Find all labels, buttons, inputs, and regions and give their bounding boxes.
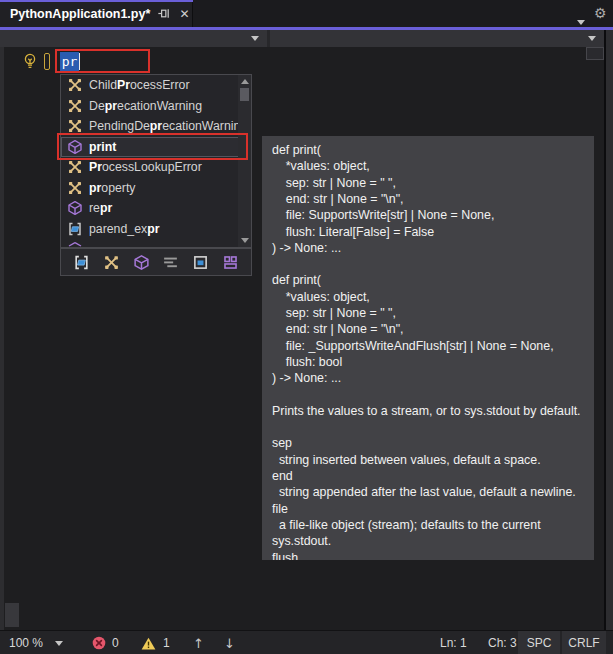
quick-actions-lightbulb-icon[interactable] <box>21 52 39 74</box>
close-icon[interactable]: ✕ <box>177 6 192 22</box>
completion-item[interactable]: ProcessLookupError <box>61 157 251 178</box>
docstring-summary: Prints the values to a stream, or to sys… <box>272 403 584 419</box>
completion-item[interactable]: repr <box>61 198 251 219</box>
next-issue-arrow-icon[interactable]: ↓ <box>224 631 235 654</box>
tab-title: PythonApplication1.py* <box>0 7 150 21</box>
warning-count: 1 <box>163 636 170 650</box>
class-filter-icon[interactable] <box>102 253 120 271</box>
completion-filter-toolbar <box>60 248 252 276</box>
keyword-filter-icon[interactable] <box>191 253 209 271</box>
completion-item-partial <box>61 239 251 248</box>
snippet-icon <box>67 221 83 237</box>
completion-label: DeprecationWarning <box>89 99 202 113</box>
scrollbar-thumb[interactable] <box>240 88 249 101</box>
line-ending-mode[interactable]: CRLF <box>562 631 606 654</box>
vs-editor-window: PythonApplication1.py* ✕ ⚙ <box>0 0 613 654</box>
column-indicator[interactable]: Ch: 3 <box>488 631 517 654</box>
scroll-up-icon[interactable] <box>241 79 249 84</box>
warning-indicator[interactable]: 1 <box>141 631 170 654</box>
completion-label: ChildProcessError <box>89 78 189 92</box>
class-icon <box>67 159 83 175</box>
warning-icon <box>141 637 156 650</box>
locals-filter-icon[interactable] <box>162 253 180 271</box>
completion-list[interactable]: ChildProcessError DeprecationWarning Pen… <box>60 74 252 248</box>
completion-label: repr <box>89 201 112 215</box>
tab-pythonapplication1[interactable]: PythonApplication1.py* ✕ <box>0 0 193 27</box>
scroll-down-icon[interactable] <box>241 238 249 243</box>
editor-vertical-scrollbar-thumb[interactable] <box>586 47 604 60</box>
completion-label: parend_expr <box>89 222 159 236</box>
annotation-box-print <box>57 133 248 160</box>
zoom-level[interactable]: 100 % <box>9 631 43 654</box>
method-filter-icon[interactable] <box>132 253 150 271</box>
gear-icon[interactable]: ⚙ <box>594 5 607 21</box>
error-count: 0 <box>112 636 119 650</box>
prev-issue-arrow-icon[interactable]: ↑ <box>193 631 204 654</box>
struct-filter-icon[interactable] <box>221 253 239 271</box>
completion-item[interactable]: property <box>61 178 251 199</box>
completion-label: PendingDeprecationWarning <box>89 119 247 133</box>
docstring-parameters: sep string inserted between values, defa… <box>272 435 584 560</box>
quickinfo-tooltip: def print( *values: object, sep: str | N… <box>262 136 594 560</box>
chevron-down-icon <box>588 36 596 41</box>
pin-icon[interactable] <box>156 6 171 22</box>
class-icon <box>67 77 83 93</box>
completion-label: property <box>89 181 136 195</box>
snippet-filter-icon[interactable] <box>73 253 91 271</box>
class-icon <box>67 180 83 196</box>
error-icon <box>92 636 106 650</box>
completion-item[interactable]: parend_expr <box>61 219 251 240</box>
completion-item[interactable]: DeprecationWarning <box>61 96 251 117</box>
nav-dropdown-project[interactable] <box>4 30 267 47</box>
annotation-box-input <box>55 49 150 73</box>
line-indicator[interactable]: Ln: 1 <box>440 631 467 654</box>
active-tab-accent <box>0 0 193 2</box>
completion-label: ProcessLookupError <box>89 160 202 174</box>
chevron-down-icon <box>251 36 259 41</box>
editor-horizontal-scrollbar-thumb[interactable] <box>5 603 19 627</box>
status-bar: 100 % 0 1 ↑ ↓ Ln: 1 Ch: 3 SPC CRLF <box>0 630 613 654</box>
right-frame <box>604 30 613 630</box>
completion-scrollbar[interactable] <box>238 75 251 247</box>
left-frame <box>0 47 4 630</box>
error-indicator[interactable]: 0 <box>92 631 119 654</box>
signature-overload-2: def print( *values: object, sep: str | N… <box>272 272 584 386</box>
caret-line-indicator <box>44 53 50 70</box>
zoom-chevron-icon[interactable] <box>55 631 63 654</box>
signature-overload-1: def print( *values: object, sep: str | N… <box>272 142 584 256</box>
class-icon <box>67 98 83 114</box>
method-cube-icon <box>67 241 83 248</box>
class-icon <box>67 118 83 134</box>
whitespace-mode[interactable]: SPC <box>518 631 560 654</box>
method-cube-icon <box>67 200 83 216</box>
completion-item[interactable]: ChildProcessError <box>61 75 251 96</box>
nav-dropdown-member[interactable] <box>270 30 604 47</box>
